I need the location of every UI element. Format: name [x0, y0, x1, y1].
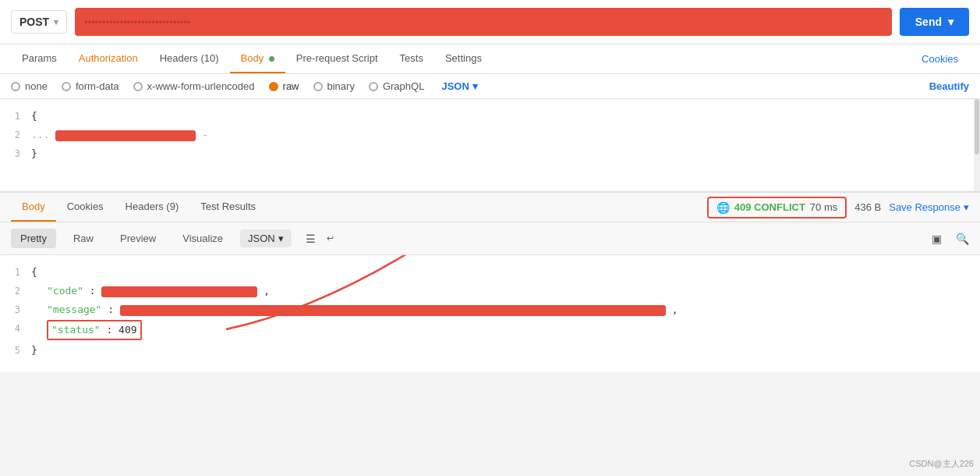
resp-line-1: 1 { — [0, 263, 980, 282]
pretty-tabs-bar: Pretty Raw Preview Visualize JSON ▾ ☰ ↩ … — [0, 222, 980, 255]
response-time: 70 ms — [810, 201, 837, 213]
resp-redacted-code — [101, 286, 257, 297]
pretty-tab-pretty[interactable]: Pretty — [11, 229, 56, 248]
beautify-button[interactable]: Beautify — [929, 80, 969, 92]
req-line-1: 1 { — [0, 107, 980, 126]
tab-params[interactable]: Params — [11, 44, 68, 73]
globe-icon: 🌐 — [716, 201, 730, 214]
option-binary[interactable]: binary — [313, 80, 355, 92]
send-chevron: ▾ — [948, 16, 953, 28]
resp-tab-headers[interactable]: Headers (9) — [115, 193, 190, 222]
status-code: 409 CONFLICT — [734, 201, 805, 213]
url-input[interactable] — [84, 16, 883, 28]
request-tabs-bar: Params Authorization Headers (10) Body P… — [0, 44, 980, 74]
pretty-tab-preview[interactable]: Preview — [111, 229, 165, 248]
radio-binary — [313, 82, 323, 91]
filter-icon[interactable]: ☰ — [306, 233, 316, 245]
label-graphql: GraphQL — [383, 80, 424, 92]
label-none: none — [25, 80, 48, 92]
response-size: 436 B — [854, 201, 881, 213]
cookies-link[interactable]: Cookies — [911, 45, 969, 73]
status-badge: 🌐 409 CONFLICT 70 ms — [707, 197, 847, 218]
tab-body[interactable]: Body — [230, 44, 285, 73]
method-chevron: ▾ — [54, 17, 58, 27]
resp-tab-body[interactable]: Body — [11, 193, 56, 222]
option-raw[interactable]: raw — [269, 80, 299, 92]
top-bar: POST ▾ Send ▾ — [0, 0, 980, 44]
format-chevron: ▾ — [278, 233, 284, 244]
req-line-2: 2 ... - — [0, 126, 980, 144]
option-graphql[interactable]: GraphQL — [369, 80, 424, 92]
label-binary: binary — [327, 80, 355, 92]
resp-redacted-message — [120, 305, 666, 316]
request-code-editor: 1 { 2 ... - 3 } — [0, 99, 980, 193]
option-form-data[interactable]: form-data — [62, 80, 119, 92]
method-label: POST — [19, 16, 49, 28]
resp-line-2: 2 "code" : , — [0, 282, 980, 300]
wrap-icon[interactable]: ↩ — [327, 233, 334, 243]
pretty-tab-visualize[interactable]: Visualize — [173, 229, 232, 248]
tab-pre-request[interactable]: Pre-request Script — [285, 44, 389, 73]
json-chevron: ▾ — [472, 80, 478, 92]
resp-line-4: 4 "status" : 409 — [0, 319, 980, 341]
resp-tab-test-results[interactable]: Test Results — [189, 193, 267, 222]
response-section: Body Cookies Headers (9) Test Results 🌐 … — [0, 193, 980, 372]
url-bar-wrapper[interactable] — [75, 8, 892, 36]
pretty-tab-raw[interactable]: Raw — [64, 229, 103, 248]
save-response-button[interactable]: Save Response ▾ — [889, 201, 969, 213]
search-icon[interactable]: 🔍 — [956, 233, 969, 245]
body-dot — [269, 56, 274, 62]
status-box: "status" : 409 — [47, 320, 142, 340]
response-code-editor: 1 { 2 "code" : , 3 "message" : , — [0, 255, 980, 372]
label-form-data: form-data — [76, 80, 119, 92]
resp-line-5: 5 } — [0, 341, 980, 360]
method-selector[interactable]: POST ▾ — [11, 10, 67, 34]
req-line-3: 3 } — [0, 144, 980, 163]
radio-graphql — [369, 82, 378, 91]
option-none[interactable]: none — [11, 80, 48, 92]
response-tabs-bar: Body Cookies Headers (9) Test Results 🌐 … — [0, 193, 980, 222]
copy-icon[interactable]: ▣ — [932, 233, 942, 245]
resp-line-3: 3 "message" : , — [0, 300, 980, 319]
option-urlencoded[interactable]: x-www-form-urlencoded — [133, 80, 255, 92]
label-raw: raw — [283, 80, 299, 92]
json-format-select[interactable]: JSON ▾ — [441, 80, 477, 92]
send-button[interactable]: Send ▾ — [900, 8, 969, 36]
scrollbar-thumb — [975, 99, 979, 155]
tab-authorization[interactable]: Authorization — [68, 44, 149, 73]
body-options-bar: none form-data x-www-form-urlencoded raw… — [0, 74, 980, 99]
label-urlencoded: x-www-form-urlencoded — [147, 80, 255, 92]
resp-tab-cookies[interactable]: Cookies — [56, 193, 115, 222]
scrollbar-vertical[interactable] — [974, 99, 980, 191]
radio-urlencoded — [133, 82, 143, 91]
tab-tests[interactable]: Tests — [389, 44, 434, 73]
radio-raw — [269, 82, 278, 91]
tab-settings[interactable]: Settings — [434, 44, 493, 73]
radio-form-data — [62, 82, 71, 91]
response-format-select[interactable]: JSON ▾ — [240, 229, 292, 247]
tab-headers[interactable]: Headers (10) — [149, 44, 230, 73]
save-response-chevron: ▾ — [964, 201, 969, 213]
radio-none — [11, 82, 20, 91]
req-redacted-1 — [55, 130, 196, 141]
